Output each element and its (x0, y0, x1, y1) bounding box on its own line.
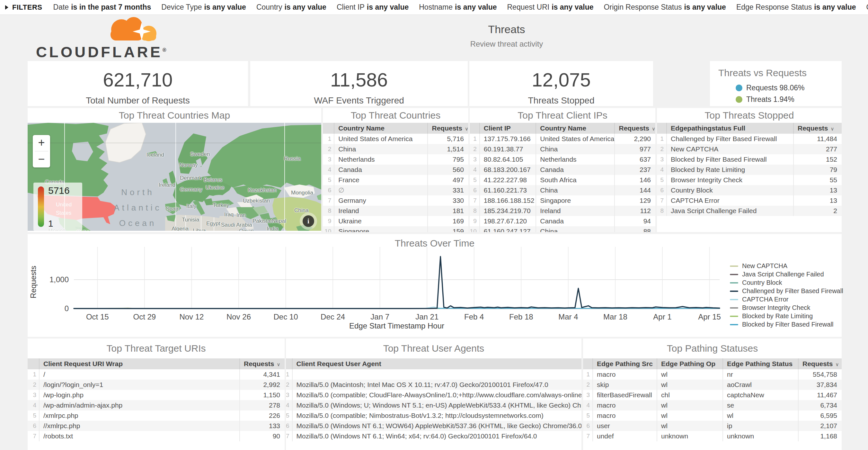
table-row[interactable]: 1macrowlnr554,758 (583, 369, 842, 380)
column-header[interactable]: Requests∨ (794, 123, 842, 134)
table-row[interactable]: 8Java Script Challenge Failed2 (657, 206, 842, 216)
table-row[interactable]: 7188.166.188.152Singapore129 (470, 196, 655, 206)
top-threat-client-ips-table: Client IPCountry NameRequests∨1137.175.7… (470, 123, 655, 232)
table-row[interactable]: 1/4,341 (28, 369, 285, 380)
legend-item[interactable]: Country Block (730, 279, 843, 287)
table-row[interactable]: 4Mozilla/5.0 (Windows; U; Windows NT 5.1… (286, 400, 582, 411)
table-row[interactable]: 3Netherlands795 (323, 154, 468, 164)
column-header[interactable]: Edge Pathing Op (657, 358, 723, 369)
table-row[interactable]: 2Mozilla/5.0 (Macintosh; Intel Mac OS X … (286, 380, 582, 390)
table-row[interactable]: 7Mozilla/5.0 (Windows NT 6.1; Win64; x64… (286, 431, 582, 441)
table-row[interactable]: 6Mozilla/5.0 (Windows NT 6.1; WOW64) App… (286, 421, 582, 431)
table-row[interactable]: 260.191.38.77China977 (470, 144, 655, 154)
table-row[interactable]: 6∅331 (323, 185, 468, 196)
map-info-icon[interactable]: i (303, 215, 314, 227)
map-color-scale: 5716 1 (33, 183, 82, 231)
world-map[interactable]: CanadaUnited StatesMexicoCubaIcelandSwed… (28, 123, 321, 231)
table-row[interactable]: 10Singapore159 (323, 226, 468, 232)
svg-text:Apr 15: Apr 15 (698, 312, 721, 321)
threats-over-time-chart[interactable]: Oct 15Oct 29Nov 12Nov 26Dec 10Dec 24Jan … (28, 234, 842, 337)
table-row[interactable]: 4/wp-admin/admin-ajax.php278 (28, 400, 285, 411)
table-row[interactable]: 4Blocked by Rate Limiting79 (657, 164, 842, 175)
table-row[interactable]: 7Germany330 (323, 196, 468, 206)
filters-expand-icon[interactable] (5, 5, 8, 10)
table-row[interactable]: 661.160.221.73China144 (470, 185, 655, 196)
column-header[interactable]: Edge Pathing Src (593, 358, 657, 369)
table-row[interactable]: 541.222.227.98South Africa146 (470, 175, 655, 185)
top-threats-stopped-table: Edgepathingstatus FullRequests∨1Challeng… (657, 123, 842, 216)
table-row[interactable]: 380.82.64.105Netherlands637 (470, 154, 655, 164)
legend-item[interactable]: Requests 98.06% (736, 84, 842, 92)
filter-chip[interactable]: Hostnameis any value (419, 3, 497, 11)
table-row[interactable]: 468.183.200.167Canada237 (470, 164, 655, 175)
filters-label[interactable]: FILTERS (12, 3, 42, 11)
table-row[interactable]: 3/wp-login.php1,150 (28, 390, 285, 400)
legend-item[interactable]: CAPTCHA Error (730, 296, 843, 303)
column-header[interactable]: Requests∨ (240, 358, 285, 369)
column-header[interactable]: Client IP (479, 123, 536, 134)
table-row[interactable]: 1Challenged by Filter Based Firewall11,4… (657, 134, 842, 144)
table-row[interactable]: 1 (286, 369, 582, 380)
table-row[interactable]: 9Ukraine169 (323, 216, 468, 226)
table-row[interactable]: 2New CAPTCHA277 (657, 144, 842, 154)
filter-chip[interactable]: Edge Response Statusis any value (736, 3, 856, 11)
column-header[interactable]: Country Name (334, 123, 428, 134)
table-row[interactable]: 6//xmlrpc.php133 (28, 421, 285, 431)
table-row[interactable]: 6userwlip2,107 (583, 421, 842, 431)
legend-item[interactable]: Browser Integrity Check (730, 304, 843, 311)
column-header[interactable]: Client Request User Agent (292, 358, 582, 369)
column-header[interactable]: Edge Pathing Status (723, 358, 798, 369)
filter-chip[interactable]: Client IPis any value (337, 3, 409, 11)
sort-desc-icon: ∨ (652, 126, 655, 131)
table-row[interactable]: 5Mozilla/5.0 (compatible; Nimbostratus-B… (286, 411, 582, 421)
filter-chip[interactable]: Device Typeis any value (161, 3, 246, 11)
table-row[interactable]: 5France497 (323, 175, 468, 185)
dashboard-subtitle: Review threat activity (420, 39, 593, 49)
map-zoom-control: + − (33, 135, 50, 168)
legend-label: Threats 1.94% (746, 95, 795, 104)
table-row[interactable]: 5macrowlwl6,595 (583, 411, 842, 421)
legend-item[interactable]: Blocked by Filter Based Firewall (730, 321, 843, 328)
table-row[interactable]: 4Canada560 (323, 164, 468, 175)
table-row[interactable]: 1061.160.247.127China88 (470, 226, 655, 232)
table-row[interactable]: 7undefunknownunknown1,168 (583, 431, 842, 441)
column-header[interactable]: Requests∨ (428, 123, 468, 134)
filter-chip[interactable]: Countryis any value (256, 3, 327, 11)
filter-chip[interactable]: Origin IPis any value (866, 3, 868, 11)
zoom-out-button[interactable]: − (33, 151, 50, 168)
table-row[interactable]: 2/login/?login_only=12,992 (28, 380, 285, 390)
filter-chip[interactable]: Dateis in the past 7 months (53, 3, 151, 11)
table-row[interactable]: 1United States of America5,716 (323, 134, 468, 144)
table-row[interactable]: 4macrowlse6,734 (583, 400, 842, 411)
column-header[interactable]: Requests∨ (798, 358, 842, 369)
table-row[interactable]: 5Browser Integrity Check55 (657, 175, 842, 185)
column-header[interactable]: Edgepathingstatus Full (666, 123, 794, 134)
table-row[interactable]: 2skipwlaoCrawl37,834 (583, 380, 842, 390)
table-row[interactable]: 8Ireland181 (323, 206, 468, 216)
table-row[interactable]: 7/robots.txt90 (28, 431, 285, 441)
table-row[interactable]: 2China1,514 (323, 144, 468, 154)
filter-chip[interactable]: Request URIis any value (507, 3, 593, 11)
table-row[interactable]: 9198.27.67.120Canada94 (470, 216, 655, 226)
table-row[interactable]: 3Blocked by Filter Based Firewall152 (657, 154, 842, 164)
table-row[interactable]: 7CAPTCHA Error13 (657, 196, 842, 206)
table-row[interactable]: 3Mozilla/5.0 (compatible; CloudFlare-Alw… (286, 390, 582, 400)
legend-item[interactable]: Threats 1.94% (736, 95, 842, 104)
table-row[interactable]: 1137.175.79.166United States of America2… (470, 134, 655, 144)
column-header[interactable]: Client Request URI Wrap (39, 358, 240, 369)
table-row[interactable]: 6Country Block13 (657, 185, 842, 196)
index-column-header (28, 358, 39, 369)
table-row[interactable]: 8185.234.219.70Ireland112 (470, 206, 655, 216)
legend-item[interactable]: Java Script Challenge Failed (730, 271, 843, 278)
filter-chip[interactable]: Origin Response Statusis any value (604, 3, 726, 11)
map-label: Iceland (147, 152, 164, 158)
table-row[interactable]: 3filterBasedFirewallchlcaptchaNew11,467 (583, 390, 842, 400)
table-row[interactable]: 5/xmlrpc.php226 (28, 411, 285, 421)
column-header[interactable]: Country Name (536, 123, 615, 134)
zoom-in-button[interactable]: + (33, 135, 50, 151)
legend-item[interactable]: New CAPTCHA (730, 262, 843, 270)
legend-item[interactable]: Blocked by Rate Limiting (730, 312, 843, 320)
kpi-threats-stopped: 12,075 Threats Stopped (469, 61, 653, 106)
legend-item[interactable]: Challenged by Filter Based Firewall (730, 287, 843, 295)
column-header[interactable]: Requests∨ (615, 123, 655, 134)
